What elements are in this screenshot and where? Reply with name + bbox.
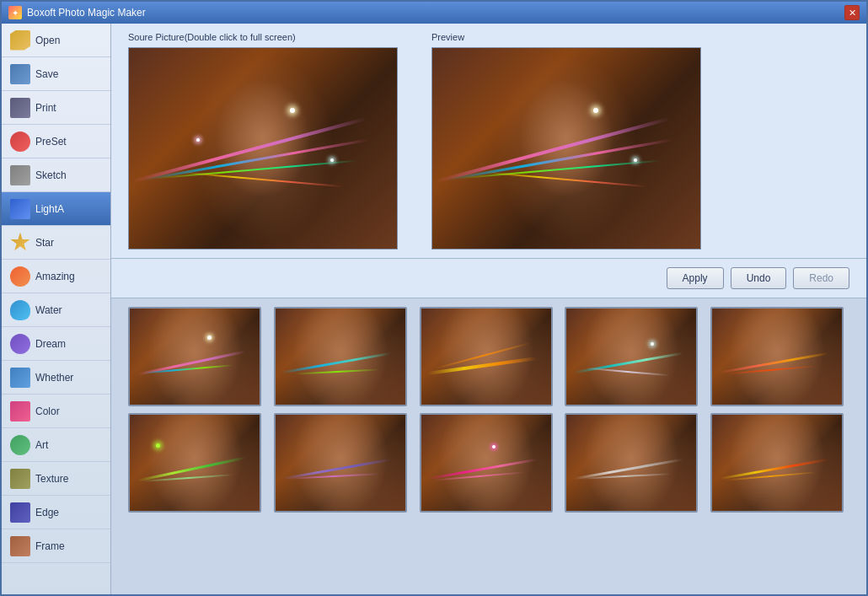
- open-icon: [10, 30, 30, 51]
- undo-button[interactable]: Undo: [731, 267, 787, 289]
- sidebar-label-water: Water: [35, 304, 62, 316]
- sidebar-item-preset[interactable]: PreSet: [2, 125, 110, 158]
- sidebar-item-star[interactable]: Star: [2, 226, 110, 260]
- title-bar: ✦ Boxoft Photo Magic Maker ✕: [2, 2, 866, 24]
- source-image[interactable]: [128, 47, 398, 250]
- thumbnail-7[interactable]: [274, 413, 407, 513]
- sidebar-item-frame[interactable]: Frame: [2, 529, 110, 563]
- thumbnail-4[interactable]: [565, 307, 698, 406]
- sidebar-label-texture: Texture: [35, 473, 68, 485]
- thumbnail-5[interactable]: [710, 307, 844, 406]
- preview-section: Preview: [431, 32, 701, 250]
- apply-button[interactable]: Apply: [667, 267, 724, 289]
- source-label: Soure Picture(Double click to full scree…: [128, 32, 398, 42]
- sidebar-label-dream: Dream: [35, 338, 66, 350]
- sidebar-item-whether[interactable]: Whether: [2, 361, 110, 395]
- thumbnails-grid: [128, 307, 849, 513]
- thumb-photo-9: [566, 415, 696, 511]
- thumbnails-panel: [111, 298, 866, 594]
- thumb-photo-10: [712, 415, 842, 511]
- sidebar-item-open[interactable]: Open: [2, 24, 110, 57]
- sidebar-label-edge: Edge: [35, 507, 59, 518]
- window-body: Open Save Print PreSet Sketch LightA: [2, 24, 866, 594]
- sidebar-item-water[interactable]: Water: [2, 293, 110, 327]
- amazing-icon: [10, 266, 30, 287]
- main-content: Soure Picture(Double click to full scree…: [111, 24, 866, 594]
- thumbnail-1[interactable]: [128, 307, 261, 406]
- sidebar-label-amazing: Amazing: [35, 271, 75, 282]
- sidebar-item-print[interactable]: Print: [2, 91, 110, 125]
- sidebar-item-art[interactable]: Art: [2, 428, 110, 462]
- sidebar-label-color: Color: [35, 405, 60, 417]
- texture-icon: [10, 469, 30, 489]
- edge-icon: [10, 502, 30, 523]
- preview-image: [431, 47, 701, 250]
- thumb-photo-4: [566, 309, 696, 405]
- source-photo: [129, 48, 397, 249]
- sidebar-label-print: Print: [35, 102, 56, 114]
- thumbnail-2[interactable]: [274, 307, 407, 406]
- preview-label: Preview: [431, 32, 701, 42]
- thumb-photo-3: [421, 309, 551, 405]
- thumbnail-10[interactable]: [710, 413, 844, 513]
- sidebar-label-sketch: Sketch: [35, 169, 67, 181]
- art-icon: [10, 435, 30, 455]
- thumb-photo-6: [130, 415, 260, 511]
- thumb-photo-8: [421, 415, 551, 511]
- app-icon: ✦: [8, 6, 22, 19]
- thumb-photo-2: [276, 309, 405, 405]
- thumbnail-6[interactable]: [128, 413, 261, 513]
- sidebar-label-frame: Frame: [35, 540, 65, 552]
- sidebar-item-edge[interactable]: Edge: [2, 496, 110, 529]
- sketch-icon: [10, 165, 30, 185]
- save-icon: [10, 64, 30, 84]
- app-window: ✦ Boxoft Photo Magic Maker ✕ Open Save P…: [0, 0, 868, 596]
- thumb-photo-7: [276, 415, 405, 511]
- thumbnail-9[interactable]: [565, 413, 698, 513]
- lighta-icon: [10, 199, 30, 219]
- water-icon: [10, 300, 30, 320]
- sidebar-label-save: Save: [35, 68, 58, 80]
- sidebar-label-star: Star: [35, 237, 54, 249]
- close-button[interactable]: ✕: [844, 5, 860, 20]
- thumbnail-8[interactable]: [420, 413, 553, 513]
- sidebar-item-color[interactable]: Color: [2, 395, 110, 428]
- sidebar-item-save[interactable]: Save: [2, 57, 110, 91]
- thumb-photo-5: [712, 309, 842, 405]
- print-icon: [10, 98, 30, 118]
- source-section: Soure Picture(Double click to full scree…: [128, 32, 398, 250]
- sidebar-label-whether: Whether: [35, 372, 73, 384]
- whether-icon: [10, 368, 30, 388]
- star-icon: [10, 233, 30, 253]
- redo-button[interactable]: Redo: [793, 267, 849, 289]
- frame-icon: [10, 536, 30, 556]
- preview-photo: [432, 48, 700, 249]
- sidebar-item-amazing[interactable]: Amazing: [2, 260, 110, 293]
- top-panel: Soure Picture(Double click to full scree…: [111, 24, 866, 259]
- thumbnail-3[interactable]: [420, 307, 553, 406]
- title-bar-left: ✦ Boxoft Photo Magic Maker: [8, 6, 146, 19]
- color-icon: [10, 401, 30, 421]
- sidebar-item-dream[interactable]: Dream: [2, 327, 110, 361]
- sidebar: Open Save Print PreSet Sketch LightA: [2, 24, 111, 594]
- buttons-row: Apply Undo Redo: [111, 259, 866, 298]
- sidebar-item-texture[interactable]: Texture: [2, 462, 110, 496]
- thumb-photo-1: [130, 309, 260, 405]
- sidebar-item-lighta[interactable]: LightA: [2, 192, 110, 226]
- sidebar-item-sketch[interactable]: Sketch: [2, 158, 110, 192]
- sidebar-label-lighta: LightA: [35, 203, 64, 215]
- sidebar-label-art: Art: [35, 439, 48, 451]
- sidebar-label-open: Open: [35, 35, 60, 46]
- app-title: Boxoft Photo Magic Maker: [27, 7, 146, 19]
- preset-icon: [10, 132, 30, 152]
- sidebar-label-preset: PreSet: [35, 136, 67, 148]
- dream-icon: [10, 334, 30, 354]
